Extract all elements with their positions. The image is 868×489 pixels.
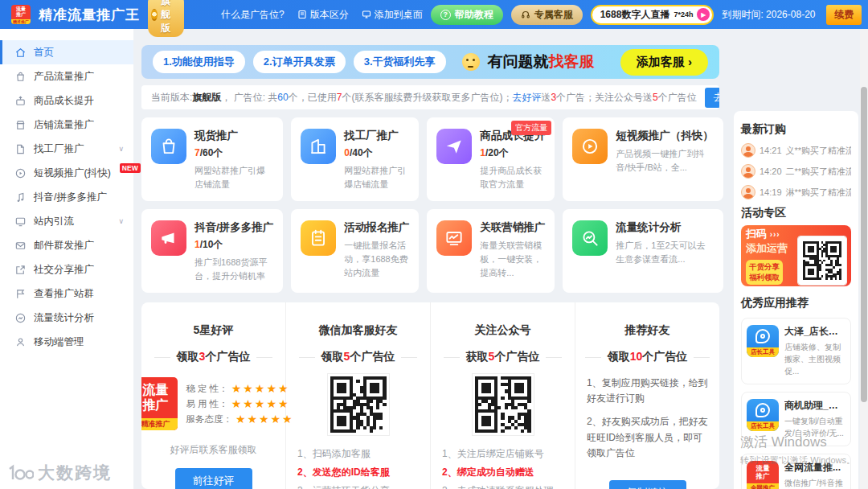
sidebar-item-social-share[interactable]: 社交分享推广 bbox=[0, 257, 133, 281]
mail-icon bbox=[14, 240, 27, 252]
sidebar-label: 查看推广站群 bbox=[34, 287, 94, 301]
sidebar-item-douyin-pdd[interactable]: 抖音/拼多多推广 bbox=[0, 185, 133, 209]
app-item-daze-shopkeeper[interactable]: 店长工具 大泽_店长工... 店铺装修、复制搬家、主图视频促... bbox=[741, 318, 851, 384]
sidebar-label: 产品流量推广 bbox=[34, 70, 94, 84]
card-traffic-stats[interactable]: 流量统计分析 推广后，1至2天可以去生意参谋查看流... bbox=[563, 209, 723, 293]
sidebar-item-goods-growth[interactable]: 商品成长提升 bbox=[0, 88, 133, 113]
notice-text: ， 广告位: 共 bbox=[221, 91, 277, 105]
notice-text: 个(联系客服续费升级获取更多广告位)； bbox=[342, 91, 512, 105]
banner-pill-benefits[interactable]: 3.干货福利先享 bbox=[354, 51, 446, 73]
divider bbox=[585, 357, 601, 358]
app-item-allnet-traffic[interactable]: 流量推广 全网推广 全网流量推... 微信推广/抖音推广/快手推广/站... bbox=[741, 454, 851, 489]
badge-line: 福利领取 bbox=[749, 273, 780, 281]
card-douyin-pdd[interactable]: 抖音/拼多多推广 1/10个 推广到1688货源平台，提升分销机率 bbox=[141, 209, 283, 293]
card-find-factory[interactable]: 找工厂推广 0/40个 网盟站群推广引爆店铺流量 bbox=[291, 117, 419, 201]
copy-link-button[interactable]: 复制链接 bbox=[609, 480, 686, 489]
app-item-biz-assistant[interactable]: 店长工具 商机助理_店... 一键复制/自动重发/自动评价/无... bbox=[741, 392, 851, 446]
sidebar-item-home[interactable]: 首页 bbox=[0, 40, 133, 64]
card-count: 0/40个 bbox=[344, 146, 409, 160]
card-related-marketing[interactable]: 关联营销推广 海量关联营销模板，一键安装，提高转... bbox=[427, 209, 555, 293]
sub-pre: 领取 bbox=[608, 350, 630, 363]
logo-band: 精准推广 bbox=[141, 418, 178, 430]
live-label: 1688数字人直播 bbox=[600, 8, 670, 22]
step: 3、运营技巧干货分享 bbox=[297, 482, 419, 489]
arrows: ››› bbox=[770, 230, 780, 239]
count-used: 1 bbox=[194, 239, 200, 250]
go-review-button[interactable]: 前往好评 bbox=[175, 468, 252, 489]
menu-add-to-desktop[interactable]: 添加到桌面 bbox=[362, 8, 423, 22]
star-icons: ★★★★★ bbox=[231, 397, 290, 410]
sub-pre: 获取 bbox=[466, 350, 489, 363]
sidebar-label: 短视频推广(抖快) bbox=[34, 166, 111, 180]
sidebar-item-product-traffic[interactable]: 产品流量推广 bbox=[0, 64, 133, 88]
go-review-link[interactable]: 去好评 bbox=[512, 91, 541, 105]
notice-text: 个广告；关注公众号送 bbox=[556, 91, 653, 105]
vip-service-button[interactable]: 专属客服 bbox=[511, 5, 583, 25]
scrollbar-thumb[interactable] bbox=[861, 87, 867, 402]
sidebar-item-shop-traffic[interactable]: 店铺流量推广 bbox=[0, 113, 133, 137]
order-item: 14:21 义**购买了精准流量推... bbox=[741, 143, 851, 158]
menu-version-compare[interactable]: 版本区分 bbox=[297, 8, 349, 22]
promo-steps: 1、关注后绑定店铺账号 2、绑定成功自动赠送 3、未成功请联系客服处理 bbox=[442, 445, 563, 489]
activity-qr-code bbox=[798, 236, 846, 285]
benefit-badge: 干货分享福利领取 bbox=[746, 260, 783, 286]
card-activity-signup[interactable]: 活动报名推广 一键批量报名活动，享1688免费站内流量 bbox=[291, 209, 419, 293]
promo-title: 关注公众号 bbox=[475, 323, 531, 338]
count-used: 1 bbox=[480, 147, 485, 158]
promo-section: 5星好评 领取3个广告位 流量推广 精准推广 稳 定 性：★★★★★ 易 用 性… bbox=[141, 302, 719, 489]
menu-what-is-adslot[interactable]: 什么是广告位? bbox=[221, 8, 285, 22]
clipboard-icon bbox=[301, 220, 336, 256]
card-goods-growth[interactable]: 官方流量 商品成长提升 1/20个 提升商品成长获取官方流量 bbox=[427, 117, 555, 201]
sidebar-item-email-blast[interactable]: 邮件群发推广 bbox=[0, 233, 133, 257]
home-icon bbox=[14, 47, 27, 59]
feature-cards: 现货推广 7/60个 网盟站群推广引爆店铺流量 找工厂推广 0/40个 网盟站群… bbox=[141, 117, 719, 293]
card-desc: 网盟站群推广引爆店铺流量 bbox=[194, 164, 273, 191]
promo-note: 好评后联系客服领取 bbox=[170, 443, 257, 457]
add-service-button[interactable]: 添加客服 › bbox=[620, 49, 708, 76]
count-total: /10个 bbox=[200, 239, 223, 250]
growth-icon bbox=[14, 95, 27, 107]
help-tutorial-button[interactable]: ? 帮助教程 bbox=[431, 5, 503, 25]
flag-icon bbox=[14, 288, 27, 300]
activity-banner[interactable]: 扫码 ››› 添加运营 干货分享福利领取 bbox=[741, 225, 851, 286]
sidebar-label: 社交分享推广 bbox=[34, 263, 94, 277]
banner-pill-guide[interactable]: 1.功能使用指导 bbox=[153, 51, 245, 73]
play-icon bbox=[572, 129, 608, 164]
official-traffic-tag: 官方流量 bbox=[511, 121, 551, 135]
notice-text: 个广告位 bbox=[658, 91, 697, 105]
building-icon bbox=[301, 129, 336, 164]
sidebar-item-short-video[interactable]: 短视频推广(抖快) NEW bbox=[0, 161, 133, 185]
follow-button[interactable]: 去关注 bbox=[705, 88, 719, 108]
sidebar-item-traffic-stats[interactable]: 流量统计分析 bbox=[0, 306, 133, 330]
renew-button[interactable]: 续费 bbox=[826, 5, 862, 25]
notice-text: 个，已使用 bbox=[289, 91, 337, 105]
monitor-chart-icon bbox=[436, 220, 472, 256]
card-desc: 提升商品成长获取官方流量 bbox=[480, 164, 545, 191]
sidebar-item-site-group[interactable]: 查看推广站群 bbox=[0, 281, 133, 306]
paper-plane-icon bbox=[436, 129, 472, 164]
divider bbox=[299, 357, 315, 358]
card-desc: 产品视频一键推广到抖音/快手/B站，全... bbox=[616, 147, 714, 175]
card-title: 流量统计分析 bbox=[616, 220, 714, 235]
sidebar-item-onsite-traffic[interactable]: 站内引流 ∨ bbox=[0, 209, 133, 233]
live-1688-button[interactable]: 1688数字人直播 7*24h ▶ bbox=[591, 5, 714, 25]
shop-icon bbox=[14, 119, 27, 131]
expire-date: 到期时间: 2026-08-20 bbox=[722, 8, 815, 22]
app-info: 全网流量推... 微信推广/抖音推广/快手推广/站... bbox=[784, 461, 845, 489]
card-count: 1/10个 bbox=[194, 238, 273, 252]
magnifier-chart-icon bbox=[572, 220, 608, 256]
card-count: 1/20个 bbox=[480, 146, 545, 160]
vertical-scrollbar[interactable] bbox=[860, 29, 868, 489]
order-time: 14:21 bbox=[760, 146, 782, 155]
card-short-video[interactable]: 短视频推广（抖快） 产品视频一键推广到抖音/快手/B站，全... bbox=[563, 117, 723, 201]
promo-subtitle: 领取10个广告位 bbox=[585, 350, 710, 364]
chevron-down-icon: ∨ bbox=[118, 217, 124, 225]
divider bbox=[694, 357, 710, 358]
banner-pill-invoice[interactable]: 2.订单开具发票 bbox=[253, 51, 346, 73]
app-desc: 微信推广/抖音推广/快手推广/站... bbox=[784, 477, 845, 489]
bag-icon bbox=[14, 71, 27, 83]
sidebar-item-find-factory[interactable]: 找工厂推广 ∨ bbox=[0, 137, 133, 161]
sidebar-item-mobile-manage[interactable]: 移动端管理 bbox=[0, 330, 133, 354]
card-spot-promo[interactable]: 现货推广 7/60个 网盟站群推广引爆店铺流量 bbox=[141, 117, 283, 201]
rating-block: 流量推广 精准推广 稳 定 性：★★★★★ 易 用 性：★★★★★ 服务态度：★… bbox=[141, 377, 294, 430]
